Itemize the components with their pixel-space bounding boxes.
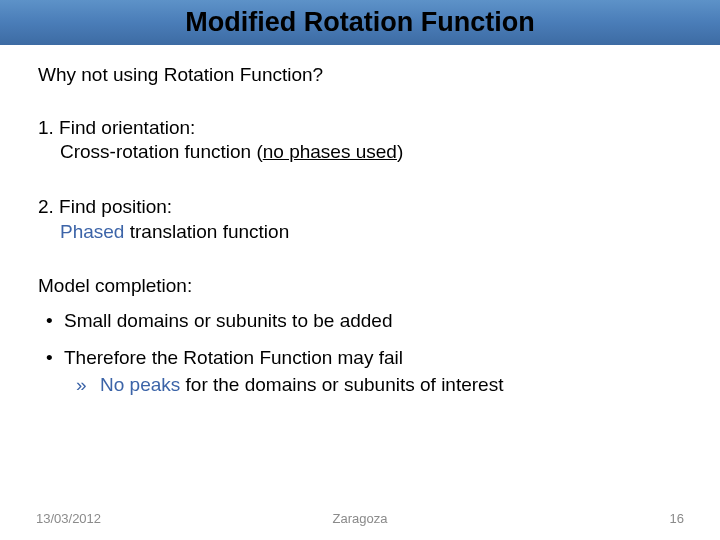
step-1-heading: 1. Find orientation: [38, 116, 682, 141]
model-completion-bullets: Small domains or subunits to be added Th… [38, 309, 682, 397]
footer-page: 16 [670, 511, 684, 526]
step-2-heading: 2. Find position: [38, 195, 682, 220]
step-2-rest: translation function [124, 221, 289, 242]
title-bar: Modified Rotation Function [0, 0, 720, 45]
list-item: Therefore the Rotation Function may fail… [64, 346, 682, 397]
step-2: 2. Find position: Phased translation fun… [38, 195, 682, 244]
sub-rest: for the domains or subunits of interest [180, 374, 503, 395]
question-line: Why not using Rotation Function? [38, 63, 682, 88]
step-1-body-pre: Cross-rotation function ( [60, 141, 263, 162]
step-2-phased: Phased [60, 221, 124, 242]
step-1-body-post: ) [397, 141, 403, 162]
step-1: 1. Find orientation: Cross-rotation func… [38, 116, 682, 165]
footer-date: 13/03/2012 [36, 511, 101, 526]
slide-title: Modified Rotation Function [185, 7, 534, 38]
footer-location: Zaragoza [333, 511, 388, 526]
slide-content: Why not using Rotation Function? 1. Find… [0, 45, 720, 397]
list-item: No peaks for the domains or subunits of … [100, 373, 682, 398]
step-2-body: Phased translation function [38, 220, 682, 245]
footer: 13/03/2012 Zaragoza 16 [0, 511, 720, 526]
step-1-body-underline: no phases used [263, 141, 397, 162]
sub-colored: No peaks [100, 374, 180, 395]
bullet-2-text: Therefore the Rotation Function may fail [64, 347, 403, 368]
sub-bullets: No peaks for the domains or subunits of … [64, 373, 682, 398]
list-item: Small domains or subunits to be added [64, 309, 682, 334]
model-completion-heading: Model completion: [38, 274, 682, 299]
step-1-body: Cross-rotation function (no phases used) [38, 140, 682, 165]
